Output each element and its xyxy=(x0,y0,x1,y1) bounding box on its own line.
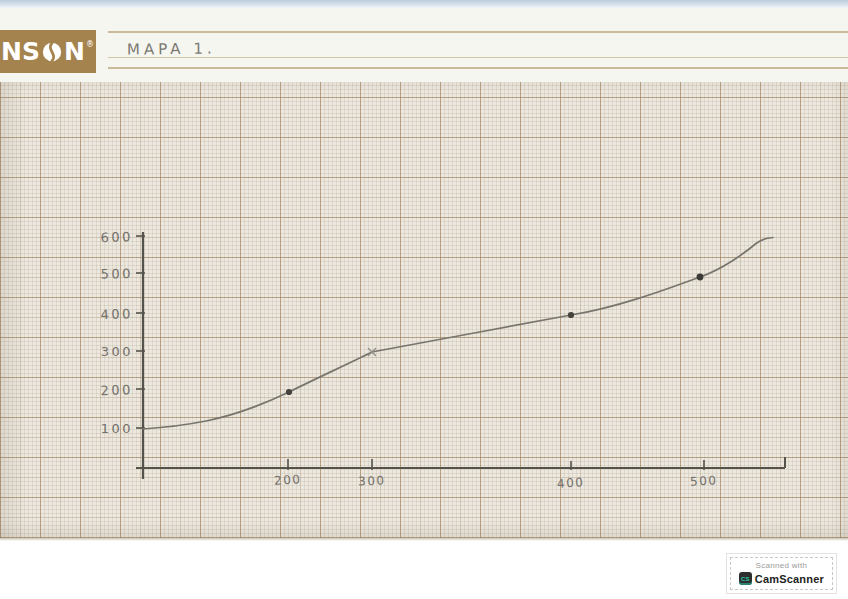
paper-bottom-edge xyxy=(0,538,848,541)
scanned-graph-photo: NS N ® MAPA 1. xyxy=(0,0,848,599)
data-point-dot xyxy=(697,274,704,281)
handwritten-title: MAPA 1. xyxy=(127,39,216,58)
y-tick-label: 500 xyxy=(100,266,133,282)
x-tick-label: 300 xyxy=(358,474,386,489)
logo-text-right: N xyxy=(64,39,85,64)
logo-text-left: NS xyxy=(1,39,40,64)
paper-header: NS N ® MAPA 1. xyxy=(0,8,848,82)
ruled-line xyxy=(108,67,848,69)
canson-leaf-icon xyxy=(41,41,63,63)
x-tick-label: 500 xyxy=(690,473,718,488)
x-tick-label: 200 xyxy=(274,472,302,487)
camscanner-badge-frame: Scanned with CS CamScanner xyxy=(730,557,833,590)
camscanner-app-icon: CS xyxy=(739,572,752,585)
data-curve xyxy=(143,238,773,430)
ruled-line xyxy=(108,31,848,33)
data-point-dot xyxy=(568,312,574,318)
y-tick-label: 600 xyxy=(100,229,133,245)
y-tick-label: 300 xyxy=(101,344,133,359)
camscanner-badge: Scanned with CS CamScanner xyxy=(727,554,836,593)
graph-paper: 600 500 400 300 200 100 200 300 400 500 xyxy=(0,82,848,538)
hand-drawn-chart: 600 500 400 300 200 100 200 300 400 500 xyxy=(0,82,848,538)
canson-logo: NS N ® xyxy=(0,30,96,73)
badge-scanned-with-text: Scanned with xyxy=(739,561,824,570)
data-point-dot xyxy=(286,389,292,395)
scan-edge-strip xyxy=(0,0,848,8)
x-tick-label: 400 xyxy=(557,475,585,491)
canson-logo-text: NS N xyxy=(1,39,85,64)
y-tick-label: 400 xyxy=(100,306,133,322)
y-tick-label: 200 xyxy=(100,382,133,398)
ruled-line xyxy=(108,57,848,58)
registered-mark: ® xyxy=(86,40,94,49)
y-tick-label: 100 xyxy=(101,421,133,436)
badge-brand-text: CamScanner xyxy=(755,573,824,585)
